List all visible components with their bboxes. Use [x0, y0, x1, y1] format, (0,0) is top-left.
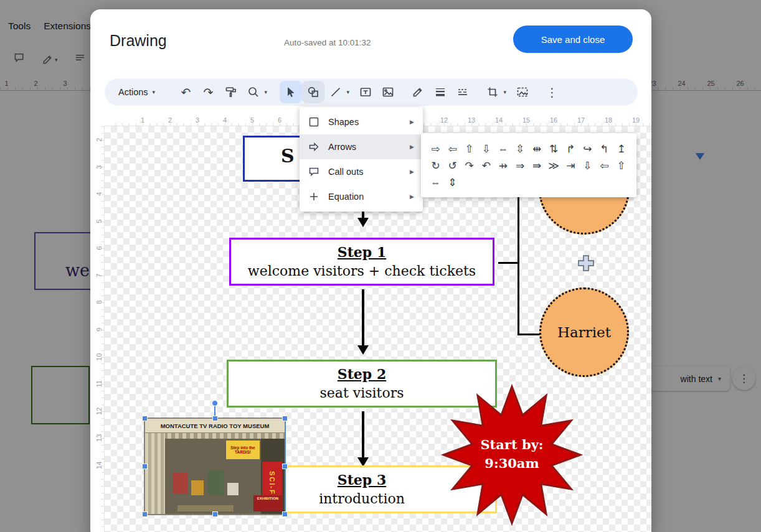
ruler-number: 14 [485, 115, 513, 126]
shape-tool-button[interactable] [302, 81, 324, 103]
arrow-shape-option[interactable]: ↺ [444, 157, 461, 174]
submenu-arrow-icon: ▶ [410, 194, 414, 200]
selection-handle-n[interactable] [212, 416, 218, 421]
mask-image-button[interactable] [511, 81, 534, 103]
photo-tardis-sign: Step into the TARDIS! [226, 441, 260, 459]
starburst-line2: 9:30am [440, 454, 584, 473]
arrow-shape-option[interactable]: ↪ [579, 141, 596, 157]
menu-item-shapes[interactable]: Shapes ▶ [300, 110, 423, 134]
arrow-shape-option[interactable]: ⇔ [427, 174, 444, 191]
arrow-shape-option[interactable]: ⇧ [613, 157, 630, 174]
arrows-shape-palette: ⇨⇦⇧⇩⇔⇳⇹⇅↱↪↰↥ ↻↺↷↶⇸⇒⇛≫⇥⇩⇦⇧ ⇔⇕ [421, 133, 636, 197]
submenu-arrow-icon: ▶ [410, 144, 414, 150]
arrow-shape-option[interactable]: ⇛ [529, 157, 546, 174]
step1-subtitle: welcome visitors + check tickets [248, 262, 476, 280]
submenu-arrow-icon: ▶ [410, 169, 414, 175]
selection-handle-nw[interactable] [142, 416, 148, 421]
photo-scene: Step into the TARDIS! SCI-FI EXHIBITION [145, 433, 285, 514]
ruler-number: 17 [567, 115, 595, 126]
inserted-image[interactable]: MONTACUTE TV RADIO TOY MUSEUM Step into … [144, 418, 285, 515]
arrow-shape-option[interactable]: ⇔ [494, 141, 511, 157]
callouts-icon [308, 166, 319, 177]
selection-handle-ne[interactable] [282, 416, 288, 421]
step2-title: Step 2 [338, 365, 386, 383]
line-caret-icon[interactable]: ▾ [347, 89, 354, 95]
arrow-shape-option[interactable]: ⇩ [478, 141, 494, 157]
ruler-number: 2 [156, 115, 184, 126]
ruler-number: 1 [129, 115, 156, 126]
photo-exhibition-sign: EXHIBITION [253, 495, 282, 511]
arrow-shape-option[interactable]: ⇨ [427, 141, 444, 157]
menu-item-equation[interactable]: Equation ▶ [300, 184, 423, 209]
text-box-button[interactable] [354, 81, 377, 103]
shape-start-text: S [281, 145, 295, 167]
flow-arrow-2[interactable] [357, 289, 369, 355]
circle-label: Harriet [557, 324, 611, 340]
arrow-shape-option[interactable]: ↰ [596, 141, 613, 157]
connector-line[interactable] [498, 262, 518, 264]
dialog-title: Drawing [110, 32, 167, 50]
step3-subtitle: introduction [319, 490, 405, 508]
redo-button[interactable]: ↷ [197, 81, 220, 103]
arrow-shape-option[interactable]: ⇧ [461, 141, 478, 157]
ruler-number: 4 [211, 115, 239, 126]
ruler-number: 16 [540, 115, 567, 126]
shape-dropdown-menu: Shapes ▶ Arrows ▶ Call outs ▶ Equation ▶ [300, 107, 423, 212]
arrow-shape-option[interactable]: ⇩ [579, 157, 596, 174]
select-tool-button[interactable] [280, 81, 302, 103]
undo-button[interactable]: ↶ [175, 81, 197, 103]
arrow-shape-option[interactable]: ⇹ [529, 141, 546, 157]
arrow-shape-option[interactable]: ⇥ [562, 157, 579, 174]
arrow-shape-option[interactable]: ⇅ [546, 141, 562, 157]
arrow-shape-option[interactable]: ↶ [478, 157, 494, 174]
ruler-number: 15 [513, 115, 540, 126]
arrow-shape-option[interactable]: ≫ [546, 157, 562, 174]
starburst-line1: Start by: [440, 436, 584, 454]
shape-circle-harriet[interactable]: Harriet [539, 287, 629, 377]
flow-arrow-3[interactable] [357, 411, 369, 467]
arrow-shape-option[interactable]: ⇸ [494, 157, 511, 174]
vertical-ruler: 234567891011121314 [93, 126, 105, 532]
connector-line[interactable] [518, 334, 541, 335]
actions-menu-button[interactable]: Actions ▾ [112, 81, 166, 103]
save-and-close-button[interactable]: Save and close [513, 26, 633, 53]
shapes-icon [308, 116, 319, 128]
selection-handle-sw[interactable] [142, 511, 148, 517]
zoom-button[interactable] [242, 81, 265, 103]
shape-step1-box[interactable]: Step 1 welcome visitors + check tickets [229, 238, 494, 286]
border-color-button[interactable] [407, 81, 429, 103]
line-weight-button[interactable] [429, 81, 451, 103]
arrows-icon [308, 141, 319, 152]
arrow-shape-option[interactable]: ⇒ [511, 157, 528, 174]
step2-subtitle: seat visitors [320, 384, 404, 402]
drawing-dialog: Drawing Auto-saved at 10:01:32 Save and … [90, 9, 651, 532]
paint-format-button[interactable] [220, 81, 242, 103]
arrow-shape-option[interactable]: ⇕ [444, 174, 461, 191]
arrow-shape-option[interactable]: ⇳ [511, 141, 528, 157]
arrow-shape-option[interactable]: ↻ [427, 157, 444, 174]
line-dash-button[interactable] [451, 81, 474, 103]
ruler-number: 5 [239, 115, 266, 126]
menu-item-callouts[interactable]: Call outs ▶ [300, 159, 423, 184]
arrow-shape-option[interactable]: ⇦ [596, 157, 613, 174]
more-tools-button[interactable]: ⋮ [541, 81, 564, 103]
ruler-number: 3 [184, 115, 211, 126]
crop-button[interactable] [481, 81, 504, 103]
selection-handle-w[interactable] [142, 464, 148, 469]
menu-item-arrows[interactable]: Arrows ▶ [300, 134, 423, 159]
insert-image-button[interactable] [377, 81, 399, 103]
starburst-text: Start by: 9:30am [440, 436, 584, 473]
line-tool-button[interactable] [324, 81, 347, 103]
arrow-shape-option[interactable]: ⇦ [444, 141, 461, 157]
rotation-handle[interactable] [212, 400, 218, 406]
selection-handle-s[interactable] [212, 511, 218, 517]
selection-handle-e[interactable] [282, 464, 288, 469]
zoom-caret-icon[interactable]: ▾ [265, 89, 272, 95]
autosave-status: Auto-saved at 10:01:32 [284, 38, 371, 47]
connector-line[interactable] [518, 191, 519, 335]
crop-caret-icon[interactable]: ▾ [504, 89, 511, 95]
arrow-shape-option[interactable]: ↷ [461, 157, 478, 174]
selection-handle-se[interactable] [282, 511, 288, 517]
arrow-shape-option[interactable]: ↥ [613, 141, 630, 157]
arrow-shape-option[interactable]: ↱ [562, 141, 579, 157]
